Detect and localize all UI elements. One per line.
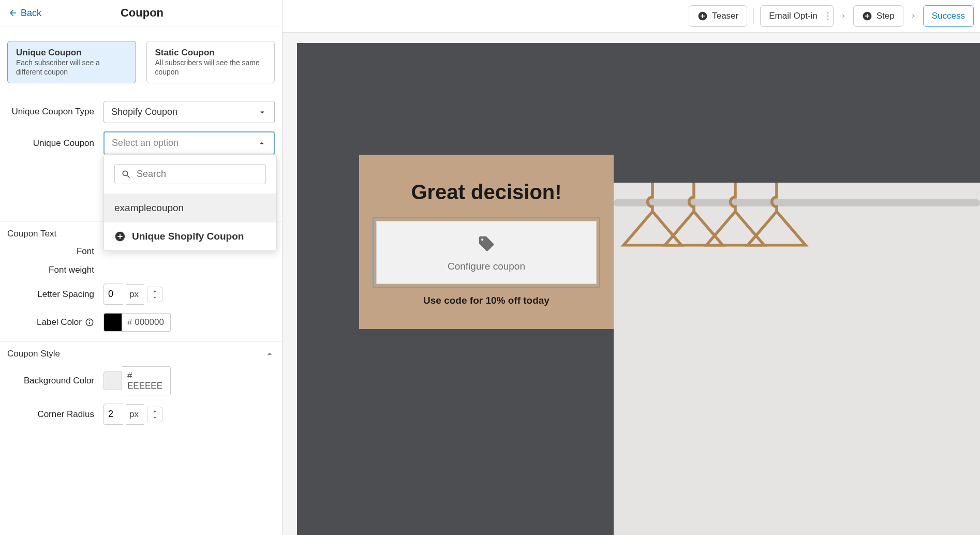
- back-button[interactable]: Back: [8, 8, 41, 19]
- chevron-up-icon[interactable]: [264, 349, 275, 359]
- corner-radius-label: Corner Radius: [7, 409, 103, 420]
- select-value: Shopify Coupon: [111, 107, 177, 117]
- dropdown-option-examplecoupon[interactable]: examplecoupon: [104, 194, 276, 222]
- card-title: Static Coupon: [155, 48, 266, 58]
- label-color-label: Label Color: [7, 317, 103, 328]
- divider: [753, 8, 754, 24]
- select-placeholder: Select an option: [112, 138, 179, 148]
- unique-coupon-card[interactable]: Unique Coupon Each subscriber will see a…: [7, 41, 136, 83]
- step-bar: Teaser Email Opt-in Step Success: [283, 0, 980, 33]
- unique-coupon-select[interactable]: Select an option: [103, 131, 275, 155]
- letter-spacing-label: Letter Spacing: [7, 289, 103, 300]
- chevron-up-icon[interactable]: [152, 288, 158, 294]
- plus-circle-icon: [114, 231, 126, 242]
- font-weight-label: Font weight: [7, 265, 103, 275]
- popup-subtext: Use code for 10% off today: [373, 295, 600, 306]
- arrow-left-icon: [8, 8, 18, 18]
- search-icon: [121, 169, 131, 180]
- bg-color-input[interactable]: # EEEEEE: [122, 366, 171, 395]
- corner-radius-stepper[interactable]: [147, 407, 162, 422]
- corner-radius-input[interactable]: [103, 404, 123, 425]
- svg-point-2: [90, 321, 90, 321]
- letter-spacing-input[interactable]: [103, 284, 123, 305]
- popup-headline: Great decision!: [373, 181, 600, 204]
- step-label: Success: [932, 11, 965, 21]
- coupon-style-section-header[interactable]: Coupon Style: [0, 341, 282, 362]
- static-coupon-card[interactable]: Static Coupon All subscribers will see t…: [146, 41, 275, 83]
- plus-circle-icon: [862, 11, 872, 21]
- svg-point-3: [827, 12, 828, 14]
- bg-color-label: Background Color: [7, 376, 103, 386]
- popup-preview: Great decision! Configure coupon Use cod…: [359, 155, 614, 329]
- more-icon[interactable]: [827, 12, 829, 20]
- add-step-button[interactable]: Step: [853, 5, 903, 27]
- card-desc: All subscribers will see the same coupon: [155, 58, 266, 77]
- dropdown-add-label: Unique Shopify Coupon: [132, 231, 244, 242]
- step-label: Step: [877, 11, 895, 21]
- chevron-right-icon: [910, 12, 917, 20]
- dropdown-search[interactable]: [114, 164, 266, 184]
- page-title: Coupon: [41, 6, 243, 20]
- step-label: Teaser: [712, 11, 738, 21]
- letter-spacing-unit: px: [126, 284, 144, 305]
- preview-background-image: [614, 183, 980, 535]
- preview-pane: Teaser Email Opt-in Step Success: [283, 0, 980, 535]
- coupon-element-selected[interactable]: Configure coupon: [373, 217, 600, 288]
- step-label: Email Opt-in: [769, 11, 818, 21]
- info-icon[interactable]: [85, 318, 94, 327]
- label-color-input[interactable]: # 000000: [122, 313, 171, 332]
- chevron-up-icon: [257, 139, 266, 148]
- svg-point-4: [827, 16, 828, 17]
- preview-canvas: Great decision! Configure coupon Use cod…: [297, 43, 980, 535]
- back-label: Back: [21, 8, 41, 19]
- coupon-placeholder-text: Configure coupon: [387, 261, 586, 272]
- coupon-type-label: Unique Coupon Type: [7, 106, 103, 117]
- search-input[interactable]: [137, 169, 259, 180]
- font-label: Font: [7, 246, 103, 257]
- label-color-swatch[interactable]: [103, 313, 122, 332]
- teaser-step-button[interactable]: Teaser: [689, 5, 747, 27]
- chevron-down-icon[interactable]: [152, 294, 158, 301]
- card-desc: Each subscriber will see a different cou…: [16, 58, 127, 77]
- chevron-down-icon: [258, 108, 267, 117]
- chevron-up-icon[interactable]: [152, 408, 158, 414]
- svg-point-5: [827, 19, 828, 20]
- corner-radius-unit: px: [126, 404, 144, 425]
- card-title: Unique Coupon: [16, 48, 127, 58]
- plus-circle-icon: [697, 11, 708, 21]
- settings-sidebar: Back Coupon Unique Coupon Each subscribe…: [0, 0, 283, 535]
- hanger-icon: [743, 183, 810, 269]
- unique-coupon-dropdown: examplecoupon Unique Shopify Coupon: [103, 154, 277, 251]
- sidebar-header: Back Coupon: [0, 0, 282, 26]
- chevron-down-icon[interactable]: [152, 414, 158, 421]
- coupon-type-select[interactable]: Shopify Coupon: [103, 101, 275, 123]
- tag-icon: [478, 235, 495, 252]
- bg-color-swatch[interactable]: [103, 371, 122, 390]
- unique-coupon-label: Unique Coupon: [7, 138, 103, 148]
- letter-spacing-stepper[interactable]: [147, 287, 162, 302]
- chevron-right-icon: [840, 12, 847, 20]
- email-optin-step-button[interactable]: Email Opt-in: [760, 5, 834, 27]
- dropdown-add-unique-shopify[interactable]: Unique Shopify Coupon: [104, 222, 276, 250]
- success-step-button[interactable]: Success: [923, 5, 974, 27]
